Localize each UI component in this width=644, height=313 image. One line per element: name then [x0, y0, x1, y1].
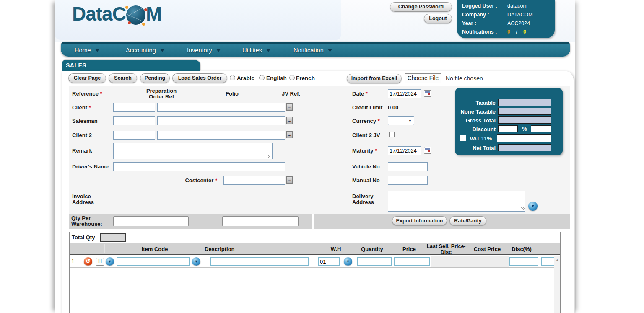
gross-total-field	[498, 116, 551, 124]
row-h-button[interactable]: H	[96, 258, 104, 266]
qty-warehouse-input-2[interactable]	[222, 216, 299, 226]
taxable-field	[498, 99, 551, 106]
user-info-panel: Logged User : datacom Company : DATACOM …	[457, 0, 555, 38]
client2-jv-checkbox[interactable]	[389, 132, 395, 137]
none-taxable-label: None Taxable	[455, 109, 496, 115]
resize-grip-icon[interactable]	[268, 155, 272, 158]
content-panel: Clear Page Search Pending Load Sales Ord…	[62, 71, 574, 313]
wh-input[interactable]	[318, 257, 340, 266]
application-window: DataC M Change Password Logout Logged Us…	[0, 0, 644, 313]
client-lookup-button[interactable]: ...	[286, 103, 293, 111]
salesman-name-input[interactable]	[157, 116, 285, 125]
currency-select[interactable]: ▼	[388, 116, 414, 125]
search-button[interactable]: Search	[109, 73, 137, 83]
description-input[interactable]	[210, 257, 309, 266]
credit-limit-label: Credit Limit	[352, 105, 382, 111]
salesman-lookup-button[interactable]: ...	[286, 117, 293, 124]
quantity-input[interactable]	[357, 257, 392, 266]
folio-label: Folio	[226, 91, 239, 97]
total-qty-field	[100, 233, 126, 242]
client-label: Client *	[72, 105, 91, 111]
client2-code-input[interactable]	[113, 131, 155, 140]
remark-textarea[interactable]	[113, 143, 273, 159]
total-qty-label: Total Qty	[72, 235, 95, 241]
date-label: Date *	[352, 91, 368, 97]
page-title-tab: SALES	[62, 60, 200, 71]
client-code-input[interactable]	[113, 103, 155, 112]
grid-row-1: 1 ↺ H ▼ ▼ ▼	[70, 256, 560, 268]
costcenter-input[interactable]	[223, 176, 285, 185]
resize-grip-icon[interactable]	[521, 207, 525, 211]
app-logo: DataC M	[72, 3, 161, 25]
qty-warehouse-input-1[interactable]	[113, 216, 189, 226]
totals-panel: Taxable None Taxable Gross Total Discoun…	[455, 88, 563, 155]
logout-button[interactable]: Logout	[424, 14, 452, 23]
load-sales-order-button[interactable]: Load Sales Order	[172, 73, 227, 83]
change-password-button[interactable]: Change Password	[390, 2, 452, 12]
date-input[interactable]	[388, 89, 421, 98]
nav-item-home[interactable]: Home	[75, 44, 99, 57]
delivery-address-globe-button[interactable]: ▼	[528, 202, 538, 211]
credit-limit-value: 0.00	[388, 105, 398, 111]
export-information-button[interactable]: Export Information	[392, 216, 447, 225]
client2-lookup-button[interactable]: ...	[286, 131, 293, 138]
net-total-label: Net Total	[455, 145, 496, 151]
clear-page-button[interactable]: Clear Page	[68, 73, 106, 83]
grid-header-row: Item Code Description W.H Quantity Price…	[70, 243, 560, 255]
row-refresh-icon[interactable]: ↺	[84, 257, 92, 266]
radio-arabic[interactable]	[230, 75, 235, 80]
nav-label: Inventory	[187, 47, 212, 54]
client2-name-input[interactable]	[157, 131, 285, 140]
chevron-down-icon	[328, 49, 332, 52]
salesman-code-input[interactable]	[113, 116, 155, 125]
nav-item-utilities[interactable]: Utilities	[242, 44, 270, 57]
client2-jv-label: Client 2 JV	[352, 132, 380, 138]
col-description: Description	[205, 246, 235, 252]
col-quantity: Quantity	[352, 246, 392, 252]
company-label: Company :	[462, 12, 489, 18]
col-price: Price	[390, 246, 428, 252]
extra-input[interactable]	[541, 257, 555, 266]
costcenter-lookup-button[interactable]: ...	[286, 176, 293, 184]
wh-dropdown-ball[interactable]: ▼	[344, 257, 352, 266]
salesman-label: Salesman	[72, 118, 98, 124]
radio-english[interactable]	[259, 75, 265, 80]
nav-item-inventory[interactable]: Inventory	[187, 44, 221, 57]
costcenter-label: Costcenter *	[163, 178, 217, 184]
description-dropdown-ball[interactable]: ▼	[192, 257, 200, 266]
remark-label: Remark	[72, 148, 92, 154]
main-nav: Home Accounting Inventory Utilities Noti…	[61, 42, 570, 57]
row-number: 1	[71, 258, 74, 264]
discount-value-field[interactable]	[498, 125, 518, 132]
date-calendar-icon[interactable]	[424, 90, 431, 97]
delivery-address-textarea[interactable]	[388, 191, 525, 212]
disc-input[interactable]	[509, 257, 538, 266]
drivers-name-input[interactable]	[113, 162, 285, 171]
pending-button[interactable]: Pending	[140, 73, 170, 83]
maturity-calendar-icon[interactable]	[424, 147, 431, 154]
currency-label: Currency *	[352, 118, 380, 124]
choose-file-button[interactable]: Choose File	[405, 73, 441, 83]
readonly-price-cells	[431, 256, 509, 267]
manual-no-input[interactable]	[388, 176, 428, 185]
chevron-down-icon	[216, 49, 221, 52]
nav-item-accounting[interactable]: Accounting	[126, 44, 164, 57]
grid-scrollbar[interactable]: ▲	[554, 256, 560, 313]
vat-field[interactable]	[497, 134, 551, 142]
discount-percent-field[interactable]	[531, 125, 551, 132]
price-input[interactable]	[394, 257, 430, 266]
rate-parity-button[interactable]: Rate/Parity	[449, 216, 486, 225]
company-value: DATACOM	[507, 12, 533, 18]
item-code-dropdown-ball[interactable]: ▼	[106, 257, 114, 266]
gross-total-label: Gross Total	[455, 117, 496, 124]
maturity-input[interactable]	[388, 146, 421, 155]
vat-checkbox[interactable]	[460, 135, 466, 141]
item-code-input[interactable]	[117, 257, 190, 266]
nav-item-notification[interactable]: Notification	[293, 44, 332, 57]
scroll-up-icon[interactable]: ▲	[556, 258, 559, 262]
vehicle-no-input[interactable]	[388, 162, 428, 171]
client-name-input[interactable]	[157, 103, 285, 112]
import-from-excel-button[interactable]: Import from Excell	[347, 74, 402, 83]
qty-per-warehouse-label: Qty Per Warehouse:	[71, 215, 109, 227]
radio-french[interactable]	[289, 75, 295, 80]
